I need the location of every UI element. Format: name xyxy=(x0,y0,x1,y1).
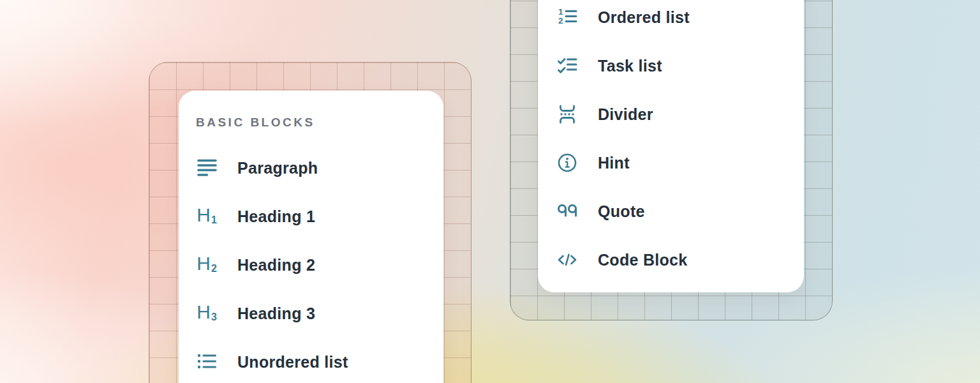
menu-item-paragraph[interactable]: Paragraph xyxy=(196,144,443,192)
svg-text:1: 1 xyxy=(558,7,563,17)
menu-item-unordered-list[interactable]: Unordered list xyxy=(196,338,443,383)
menu-item-label: Code Block xyxy=(598,251,688,269)
heading-3-icon: H3 xyxy=(196,303,218,324)
section-header: BASIC BLOCKS xyxy=(196,116,443,130)
menu-item-label: Hint xyxy=(598,154,630,172)
svg-text:2: 2 xyxy=(558,16,563,26)
menu-item-divider[interactable]: Divider xyxy=(556,90,804,139)
unordered-list-icon xyxy=(196,351,218,373)
menu-item-label: Paragraph xyxy=(237,159,318,177)
hint-icon xyxy=(556,152,578,174)
menu-item-label: Heading 1 xyxy=(237,207,315,226)
menu-item-label: Divider xyxy=(598,105,653,124)
menu-item-quote[interactable]: Quote xyxy=(556,187,804,236)
ordered-list-icon: 1 2 xyxy=(556,6,578,28)
menu-item-ordered-list[interactable]: 1 2 Ordered list xyxy=(556,0,804,41)
menu-item-code-block[interactable]: Code Block xyxy=(556,236,804,284)
menu-item-label: Task list xyxy=(598,57,662,75)
quote-icon xyxy=(556,200,578,222)
paragraph-icon xyxy=(196,157,218,179)
menu-item-label: Heading 3 xyxy=(237,304,315,323)
basic-blocks-menu: BASIC BLOCKS Paragraph H1 Heading 1 xyxy=(179,91,443,383)
menu-item-label: Heading 2 xyxy=(237,256,315,274)
task-list-icon xyxy=(556,55,578,77)
heading-1-icon: H1 xyxy=(196,206,218,227)
menu-item-task-list[interactable]: Task list xyxy=(556,41,804,90)
menu-item-heading-2[interactable]: H2 Heading 2 xyxy=(196,241,443,289)
blocks-menu-continued: 1 2 Ordered list xyxy=(538,0,804,292)
block-editor-menu-illustration: BASIC BLOCKS Paragraph H1 Heading 1 xyxy=(0,0,980,383)
menu-item-label: Unordered list xyxy=(237,353,348,372)
menu-item-hint[interactable]: Hint xyxy=(556,139,804,187)
code-block-icon xyxy=(556,249,578,271)
divider-icon xyxy=(556,103,578,125)
menu-item-heading-1[interactable]: H1 Heading 1 xyxy=(196,192,443,241)
menu-item-label: Quote xyxy=(598,202,645,221)
menu-item-heading-3[interactable]: H3 Heading 3 xyxy=(196,289,443,338)
menu-item-label: Ordered list xyxy=(598,8,690,27)
heading-2-icon: H2 xyxy=(196,254,218,276)
